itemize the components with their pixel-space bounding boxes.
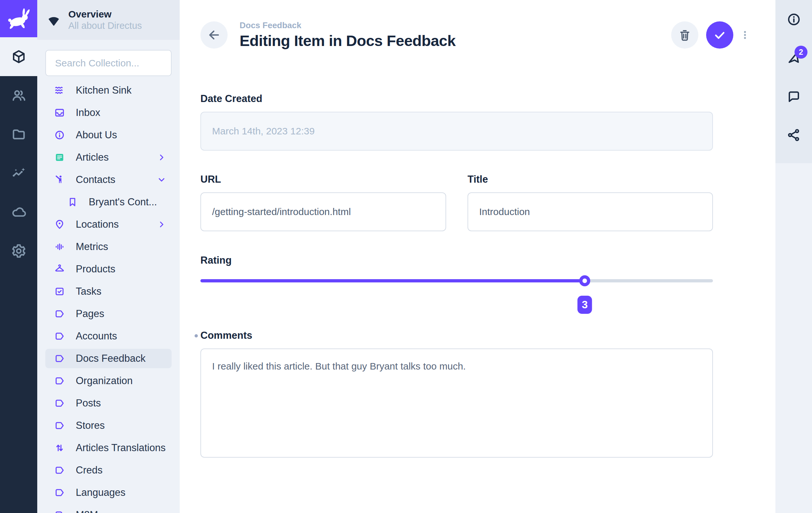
edited-indicator-dot [195, 334, 198, 338]
sidebar-item-m2m[interactable]: M2M [45, 505, 172, 513]
rating-slider[interactable]: 3 [200, 279, 713, 310]
collection-label: M2M [76, 509, 167, 513]
module-item[interactable] [0, 37, 37, 76]
rabbit-icon [5, 5, 33, 33]
collection-label: Articles [76, 151, 146, 163]
module-item[interactable] [0, 76, 37, 115]
collection-label: Bryant's Cont... [89, 196, 167, 208]
sidebar-item-accounts[interactable]: Accounts [45, 326, 172, 346]
collection-label: Inbox [76, 107, 167, 118]
collection-label: Kitchen Sink [76, 85, 167, 96]
module-item[interactable] [0, 193, 37, 232]
date-created-field: Date Created [200, 93, 713, 151]
right-sidebar-item[interactable] [776, 77, 812, 116]
trash-icon [678, 28, 692, 42]
title-input[interactable] [467, 192, 713, 231]
person-icon [54, 175, 65, 185]
collections-nav: Kitchen Sink Inbox About Us Articles [37, 81, 180, 513]
label-icon [54, 331, 65, 341]
collection-label: Organization [76, 375, 167, 387]
collection-label: Languages [76, 487, 167, 498]
bookmark-icon [67, 197, 78, 207]
title-label: Title [467, 174, 713, 185]
sidebar-item-stores[interactable]: Stores [45, 416, 172, 435]
title-block: Docs Feedback Editing Item in Docs Feedb… [239, 20, 456, 50]
url-input[interactable] [200, 192, 446, 231]
collection-label: Tasks [76, 286, 167, 297]
directus-rabbit-logo[interactable] [0, 0, 37, 37]
sidebar-item-pages[interactable]: Pages [45, 304, 172, 323]
label-icon [54, 309, 65, 319]
sidebar-item-articles-translations[interactable]: Articles Translations [45, 438, 172, 458]
back-button[interactable] [200, 21, 228, 49]
delete-button[interactable] [671, 21, 698, 49]
sidebar-item-bryant-s-cont[interactable]: Bryant's Cont... [45, 192, 172, 212]
date-created-input[interactable] [200, 112, 713, 151]
sidebar-item-locations[interactable]: Locations [45, 215, 172, 234]
collection-label: About Us [76, 129, 167, 141]
sidebar-item-docs-feedback[interactable]: Docs Feedback [45, 349, 172, 368]
more-options-button[interactable] [738, 21, 751, 49]
project-fan-icon [46, 12, 61, 28]
right-sidebar-item[interactable]: 2 [776, 38, 812, 77]
sidebar-item-organization[interactable]: Organization [45, 371, 172, 391]
search-collection-input[interactable] [45, 50, 172, 76]
slider-track[interactable] [200, 279, 713, 282]
chevron-right-icon[interactable] [157, 220, 167, 229]
date-created-label: Date Created [200, 93, 713, 105]
sidebar-item-about-us[interactable]: About Us [45, 125, 172, 145]
sidebar-item-posts[interactable]: Posts [45, 394, 172, 413]
label-icon [54, 487, 65, 498]
sidebar-item-languages[interactable]: Languages [45, 483, 172, 502]
sidebar-item-products[interactable]: Products [45, 259, 172, 279]
arrow-left-icon [207, 28, 221, 42]
waves-icon [54, 85, 65, 95]
comments-textarea[interactable]: I really liked this article. But that gu… [200, 348, 713, 458]
right-sidebar-strip: 2 [776, 0, 812, 163]
box-icon [11, 49, 26, 64]
search-collection [45, 50, 172, 76]
collection-label: Docs Feedback [76, 353, 167, 364]
insights-icon [11, 166, 26, 181]
sidebar-item-inbox[interactable]: Inbox [45, 103, 172, 122]
sidebar-item-creds[interactable]: Creds [45, 460, 172, 480]
url-title-row: URL Title [200, 174, 713, 231]
sidebar-item-tasks[interactable]: Tasks [45, 282, 172, 301]
info-circle-icon [787, 12, 801, 27]
collections-sidebar: Overview All about Directus Kitchen Sink… [37, 0, 180, 513]
slider-fill [200, 279, 585, 282]
module-item[interactable] [0, 232, 37, 270]
module-item[interactable] [0, 154, 37, 193]
sidebar-item-contacts[interactable]: Contacts [45, 170, 172, 190]
chevron-down-icon[interactable] [157, 175, 167, 184]
rating-label: Rating [200, 255, 713, 266]
sidebar-item-articles[interactable]: Articles [45, 148, 172, 167]
collection-label: Creds [76, 464, 167, 476]
right-sidebar-item[interactable] [776, 116, 812, 154]
label-icon [54, 510, 65, 513]
sidebar-item-metrics[interactable]: Metrics [45, 237, 172, 256]
sidebar-item-kitchen-sink[interactable]: Kitchen Sink [45, 81, 172, 100]
main-content: Docs Feedback Editing Item in Docs Feedb… [180, 0, 776, 513]
save-button[interactable] [706, 21, 733, 49]
hanger-icon [54, 264, 65, 274]
map-pin-icon [54, 219, 65, 230]
comments-label: Comments [200, 330, 713, 341]
equalizer-icon [54, 241, 65, 252]
project-header[interactable]: Overview All about Directus [37, 0, 180, 40]
chevron-right-icon[interactable] [157, 152, 167, 162]
url-label: URL [200, 174, 446, 185]
rating-field: Rating 3 [200, 255, 713, 310]
page-title: Editing Item in Docs Feedback [239, 32, 456, 50]
right-sidebar-item[interactable] [776, 0, 812, 38]
label-icon [54, 353, 65, 364]
module-item[interactable] [0, 115, 37, 154]
breadcrumb: Docs Feedback [239, 20, 456, 30]
comments-field: Comments I really liked this article. Bu… [200, 330, 713, 459]
slider-handle[interactable] [579, 275, 590, 286]
project-title: Overview [68, 8, 142, 20]
module-item-list [0, 37, 37, 270]
collection-label: Articles Translations [76, 442, 167, 454]
notification-count-badge: 2 [794, 46, 808, 59]
collection-label: Metrics [76, 241, 167, 253]
